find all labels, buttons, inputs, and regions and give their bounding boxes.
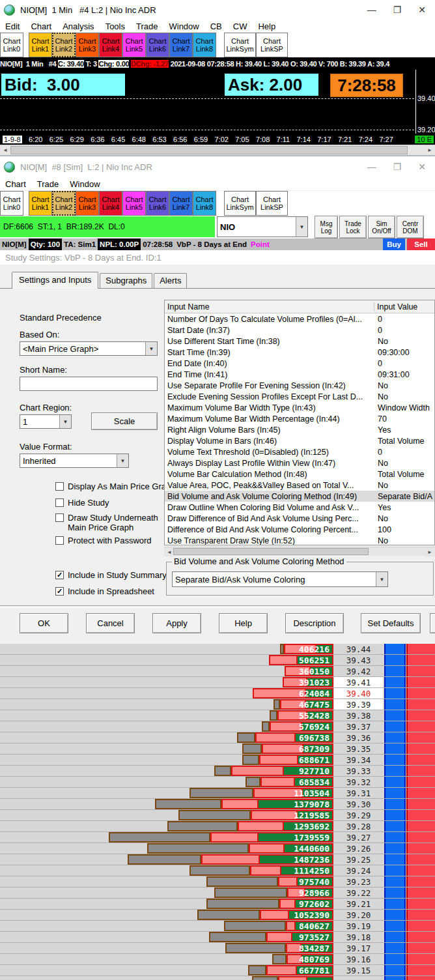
chart-link-button-link0[interactable]: Chart Link0 — [0, 191, 23, 216]
inputs-table[interactable]: Input Name Input Value Number Of Days To… — [164, 300, 435, 545]
ask-order-column-cell[interactable] — [406, 666, 435, 676]
bid-order-column-cell[interactable] — [384, 688, 406, 699]
bid-order-column-cell[interactable] — [384, 810, 406, 820]
close-icon[interactable]: ✕ — [418, 162, 426, 172]
time-axis[interactable]: 1-9-86:206:256:296:366:456:486:536:566:5… — [0, 134, 435, 145]
maximize-icon[interactable]: ❐ — [393, 162, 402, 172]
menu-item-edit[interactable]: Edit — [5, 22, 20, 31]
chart-link-button-link8[interactable]: Chart Link8 — [193, 33, 216, 57]
price-cell[interactable]: 39.27 — [334, 832, 383, 843]
help-button[interactable]: Help — [219, 613, 268, 633]
price-cell[interactable]: 39.38 — [334, 710, 383, 721]
ask-order-column-cell[interactable] — [406, 854, 435, 865]
r-button[interactable]: R — [430, 613, 435, 633]
scrollbar-thumb[interactable] — [10, 146, 408, 154]
ask-order-column-cell[interactable] — [406, 976, 435, 980]
price-cell[interactable]: 39.23 — [334, 876, 383, 887]
ask-order-column-cell[interactable] — [406, 865, 435, 876]
table-row[interactable]: Draw Difference of Bid And Ask Volume Us… — [165, 513, 434, 524]
chart-link-button-linksym[interactable]: Chart LinkSym — [224, 33, 256, 57]
sell-button[interactable]: Sell — [407, 238, 435, 250]
price-cell[interactable]: 39.40 — [334, 688, 383, 699]
bid-order-column-cell[interactable] — [384, 887, 406, 898]
chart-link-button-link7[interactable]: Chart Link7 — [169, 191, 193, 216]
description-button[interactable]: Description — [285, 613, 344, 633]
chart-link-button-link4[interactable]: Chart Link4 — [99, 191, 122, 216]
price-cell[interactable]: 39.26 — [334, 843, 383, 854]
tab-settings-and-inputs[interactable]: Settings and Inputs — [12, 272, 98, 289]
bid-order-column-cell[interactable] — [384, 832, 406, 843]
table-row[interactable]: Always Display Last Profile Within View … — [165, 457, 434, 468]
price-cell[interactable]: 39.32 — [334, 777, 383, 787]
price-cell[interactable]: 39.28 — [334, 821, 383, 831]
value-format-combobox[interactable]: Inherited ▼ — [20, 454, 129, 468]
scroll-right-icon[interactable]: ► — [425, 145, 435, 155]
price-cell[interactable]: 39.17 — [334, 943, 383, 953]
based-on-combobox[interactable]: <Main Price Graph> ▼ — [20, 341, 158, 356]
chart-link-button-linksym[interactable]: Chart LinkSym — [224, 191, 256, 216]
table-row[interactable]: Draw Outline When Coloring Bid Volume an… — [165, 502, 434, 513]
menu-item-cw[interactable]: CW — [233, 22, 247, 31]
chart-link-button-link3[interactable]: Chart Link3 — [76, 191, 99, 216]
tab-alerts[interactable]: Alerts — [154, 273, 187, 288]
bid-order-column-cell[interactable] — [384, 655, 406, 665]
ask-order-column-cell[interactable] — [406, 677, 435, 687]
menu-item-cb[interactable]: CB — [210, 22, 222, 31]
bid-order-column-cell[interactable] — [384, 755, 406, 765]
price-cell[interactable] — [334, 976, 383, 980]
chart-link-button-linksp[interactable]: Chart LinkSP — [256, 191, 288, 216]
ask-order-column-cell[interactable] — [406, 843, 435, 854]
cancel-button[interactable]: Cancel — [86, 613, 135, 633]
menu-item-tools[interactable]: Tools — [105, 22, 125, 31]
ask-order-column-cell[interactable] — [406, 799, 435, 809]
price-cell[interactable]: 39.35 — [334, 743, 383, 754]
bid-order-column-cell[interactable] — [384, 876, 406, 887]
bid-order-column-cell[interactable] — [384, 821, 406, 831]
ok-button[interactable]: OK — [20, 613, 68, 633]
price-cell[interactable]: 39.22 — [334, 887, 383, 898]
set-defaults-button[interactable]: Set Defaults — [361, 613, 421, 633]
chart-link-button-link6[interactable]: Chart Link6 — [146, 191, 169, 216]
price-cell[interactable]: 39.43 — [334, 655, 383, 665]
table-row[interactable]: Volume Text Threshold (0=Disabled) (In:1… — [165, 446, 434, 457]
checkbox-box[interactable] — [55, 513, 64, 522]
apply-button[interactable]: Apply — [152, 613, 201, 633]
ask-order-column-cell[interactable] — [406, 810, 435, 820]
price-cell[interactable]: 39.37 — [334, 721, 383, 732]
price-cell[interactable]: 39.18 — [334, 932, 383, 942]
ask-order-column-cell[interactable] — [406, 943, 435, 953]
bid-order-column-cell[interactable] — [384, 666, 406, 676]
bid-order-column-cell[interactable] — [384, 954, 406, 964]
ask-order-column-cell[interactable] — [406, 699, 435, 710]
bid-order-column-cell[interactable] — [384, 932, 406, 942]
menu-item-trade[interactable]: Trade — [37, 179, 59, 189]
menu-item-window[interactable]: Window — [169, 22, 199, 31]
table-row[interactable]: Use Different Start Time (In:38)No — [165, 336, 434, 347]
chevron-down-icon[interactable]: ▼ — [59, 415, 71, 428]
table-row[interactable]: Value Area, POC, Peak&&Valley Based on T… — [165, 480, 434, 491]
ask-order-column-cell[interactable] — [406, 921, 435, 931]
price-cell[interactable]: 39.25 — [334, 854, 383, 865]
price-cell[interactable]: 39.29 — [334, 810, 383, 820]
ask-order-column-cell[interactable] — [406, 887, 435, 898]
table-row[interactable]: Maximum Volume Bar Width Percentage (In:… — [165, 413, 434, 424]
scroll-right-icon[interactable]: ► — [425, 547, 435, 556]
chart-link-button-link1[interactable]: Chart Link1 — [29, 33, 52, 57]
ask-order-column-cell[interactable] — [406, 755, 435, 765]
price-cell[interactable]: 39.42 — [334, 666, 383, 676]
tab-subgraphs[interactable]: Subgraphs — [100, 273, 152, 288]
chart-link-button-link4[interactable]: Chart Link4 — [99, 33, 122, 57]
table-hscrollbar[interactable]: ◄ ► — [164, 547, 435, 556]
checkbox-display-as-main-price-graph[interactable]: Display As Main Price Graph — [55, 482, 175, 491]
ask-order-column-cell[interactable] — [406, 965, 435, 975]
table-row[interactable]: Maximum Volume Bar Width Type (In:43)Win… — [165, 402, 434, 413]
ask-order-column-cell[interactable] — [406, 832, 435, 843]
chevron-down-icon[interactable]: ▼ — [376, 572, 387, 586]
chart-link-button-link5[interactable]: Chart Link5 — [122, 191, 146, 216]
maximize-icon[interactable]: ❐ — [393, 5, 402, 15]
checkbox-protect-with-password[interactable]: Protect with Password — [55, 536, 152, 545]
table-row[interactable]: Start Date (In:37)0 — [165, 324, 434, 336]
table-row[interactable]: End Time (In:41)09:31:00 — [165, 369, 434, 380]
coloring-method-combobox[interactable]: Separate Bid/Ask Volume Coloring ▼ — [172, 571, 388, 587]
table-row[interactable]: Display Volume in Bars (In:46)Total Volu… — [165, 435, 434, 446]
